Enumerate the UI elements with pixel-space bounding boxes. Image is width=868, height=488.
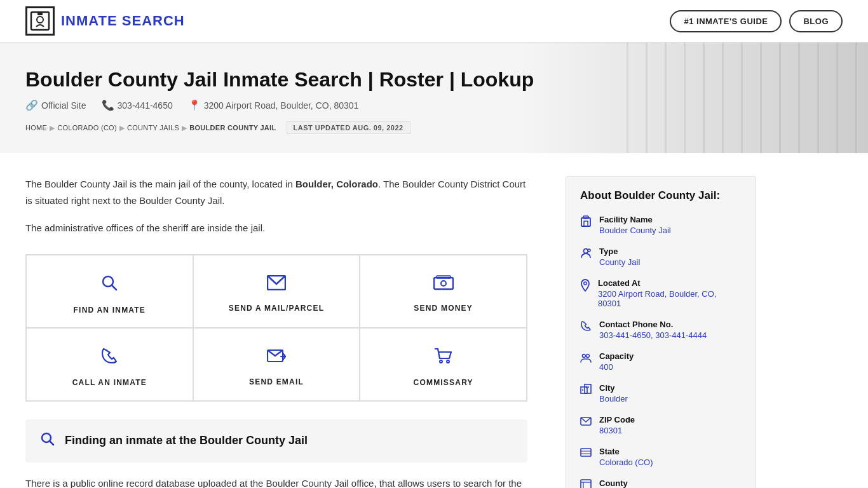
sidebar-capacity: Capacity 400	[580, 351, 742, 372]
sidebar: About Boulder County Jail: Facility Name…	[553, 153, 769, 488]
send-mail-icon	[267, 274, 286, 295]
sidebar-card: About Boulder County Jail: Facility Name…	[566, 176, 756, 488]
breadcrumb-current: BOULDER COUNTY JAIL	[189, 124, 276, 132]
send-money-icon	[433, 274, 454, 295]
action-send-money[interactable]: SEND MONEY	[360, 255, 527, 328]
find-inmate-icon	[100, 273, 119, 297]
sidebar-type: Type County Jail	[580, 247, 742, 267]
sidebar-state: State Colorado (CO)	[580, 447, 742, 467]
svg-point-21	[588, 249, 590, 252]
commissary-label: COMMISSARY	[414, 378, 473, 387]
action-call-inmate[interactable]: CALL AN INMATE	[26, 328, 193, 401]
guide-button[interactable]: #1 INMATE'S GUIDE	[670, 10, 782, 32]
location-pin-icon	[580, 279, 590, 295]
logo-icon	[25, 6, 55, 36]
svg-rect-18	[583, 216, 588, 219]
county-label: County	[599, 478, 656, 488]
facility-icon	[580, 215, 592, 230]
breadcrumb-home[interactable]: HOME	[25, 124, 47, 132]
facility-label: Facility Name	[599, 215, 671, 224]
official-site-link[interactable]: 🔗 Official Site	[25, 99, 86, 111]
sidebar-phone: Contact Phone No. 303-441-4650, 303-441-…	[580, 320, 742, 340]
zip-icon	[580, 416, 592, 429]
svg-point-22	[584, 282, 587, 285]
type-icon	[580, 247, 592, 262]
phone-label: Contact Phone No.	[599, 320, 707, 329]
link-icon: 🔗	[25, 99, 38, 111]
sidebar-location: Located At 3200 Airport Road, Boulder, C…	[580, 278, 742, 308]
state-icon	[580, 447, 592, 461]
svg-rect-26	[585, 384, 591, 393]
breadcrumb-county-jails[interactable]: COUNTY JAILS	[127, 124, 179, 132]
svg-rect-17	[581, 218, 590, 226]
action-send-mail[interactable]: SEND A MAIL/PARCEL	[193, 255, 360, 328]
county-icon	[580, 479, 592, 488]
city-label: City	[599, 383, 628, 393]
located-at-label: Located At	[598, 278, 742, 288]
sidebar-county: County Boulder County	[580, 478, 742, 488]
finding-section-header: Finding an inmate at the Boulder County …	[25, 419, 527, 463]
svg-rect-6	[434, 278, 453, 289]
action-commissary[interactable]: COMMISSARY	[360, 328, 527, 401]
site-logo-text: INMATE SEARCH	[61, 13, 185, 29]
send-email-label: SEND EMAIL	[249, 377, 304, 386]
intro-paragraph-1: The Boulder County Jail is the main jail…	[25, 176, 527, 208]
svg-point-8	[441, 281, 446, 286]
city-icon	[580, 384, 592, 397]
call-inmate-label: CALL AN INMATE	[72, 378, 147, 387]
action-find-inmate[interactable]: FIND AN INMATE	[26, 255, 193, 328]
svg-line-4	[112, 285, 116, 290]
svg-point-1	[37, 17, 43, 23]
capacity-label: Capacity	[599, 351, 634, 361]
phone-contact-icon	[580, 320, 592, 335]
find-inmate-label: FIND AN INMATE	[74, 306, 146, 315]
state-label: State	[599, 447, 653, 456]
svg-rect-2	[37, 13, 43, 15]
commissary-icon	[434, 347, 453, 369]
type-label: Type	[599, 247, 640, 256]
breadcrumb-state[interactable]: COLORADO (CO)	[57, 124, 117, 132]
sidebar-city: City Boulder	[580, 383, 742, 403]
finding-search-icon	[41, 432, 55, 450]
city-value: Boulder	[599, 394, 628, 403]
svg-point-23	[583, 355, 586, 358]
send-mail-label: SEND A MAIL/PARCEL	[229, 304, 325, 313]
zip-value: 80301	[599, 426, 635, 435]
blog-button[interactable]: BLOG	[789, 10, 843, 32]
logo-area: INMATE SEARCH	[25, 6, 185, 36]
action-send-email[interactable]: SEND EMAIL	[193, 328, 360, 401]
address-meta: 📍 3200 Airport Road, Boulder, CO, 80301	[188, 99, 359, 111]
type-value: County Jail	[599, 257, 640, 267]
phone-icon: 📞	[102, 99, 114, 111]
svg-rect-31	[581, 449, 591, 456]
location-icon: 📍	[188, 99, 201, 111]
finding-heading: Finding an inmate at the Boulder County …	[65, 434, 308, 447]
sidebar-heading: About Boulder County Jail:	[580, 189, 742, 202]
body-text-paragraph: There is a public online record database…	[25, 475, 527, 489]
hero-background	[627, 43, 868, 153]
state-value: Colorado (CO)	[599, 458, 653, 467]
sidebar-zip: ZIP Code 80301	[580, 415, 742, 435]
svg-point-24	[587, 355, 590, 358]
sidebar-facility-name: Facility Name Boulder County Jail	[580, 215, 742, 235]
svg-rect-19	[584, 221, 588, 226]
svg-line-16	[50, 441, 53, 445]
main-layout: The Boulder County Jail is the main jail…	[0, 153, 868, 488]
zip-label: ZIP Code	[599, 415, 635, 424]
capacity-value: 400	[599, 362, 634, 372]
svg-point-13	[440, 360, 442, 363]
located-at-value: 3200 Airport Road, Boulder, CO, 80301	[598, 289, 742, 308]
svg-rect-34	[581, 480, 591, 488]
phone-meta: 📞 303-441-4650	[102, 99, 173, 111]
phone-value: 303-441-4650, 303-441-4444	[599, 330, 707, 340]
capacity-icon	[580, 352, 592, 367]
call-inmate-icon	[100, 347, 118, 369]
site-header: INMATE SEARCH #1 INMATE'S GUIDE BLOG	[0, 0, 868, 43]
header-navigation: #1 INMATE'S GUIDE BLOG	[670, 10, 843, 32]
send-money-label: SEND MONEY	[414, 304, 473, 313]
main-content: The Boulder County Jail is the main jail…	[0, 153, 553, 488]
send-email-icon	[267, 348, 286, 369]
action-grid: FIND AN INMATE SEND A MAIL/PARCEL	[25, 254, 527, 402]
hero-section: Boulder County Jail Inmate Search | Rost…	[0, 43, 868, 153]
facility-value: Boulder County Jail	[599, 226, 671, 235]
